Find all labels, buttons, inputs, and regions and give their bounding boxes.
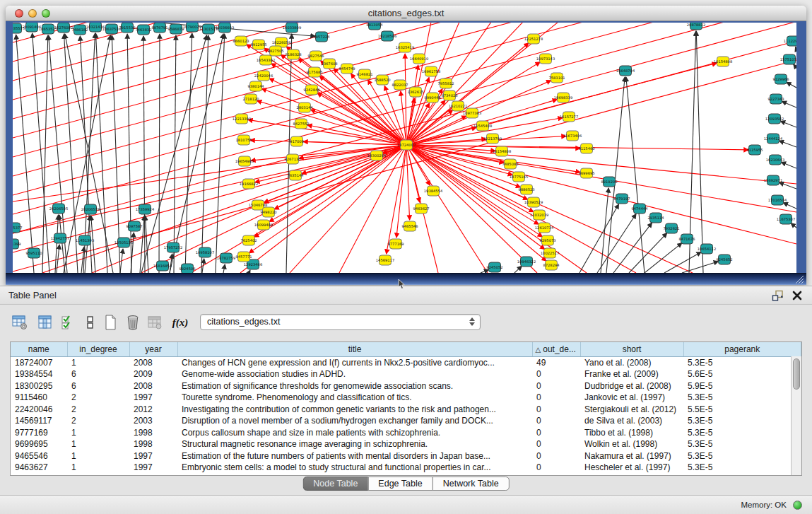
column-header-title[interactable]: title xyxy=(177,342,532,356)
graph-node[interactable]: 7915536 xyxy=(119,23,135,33)
float-panel-icon[interactable] xyxy=(772,290,784,302)
tab-network-table[interactable]: Network Table xyxy=(433,477,510,491)
network-window-titlebar[interactable]: citations_edges.txt xyxy=(6,6,806,21)
graph-node[interactable]: 9474444 xyxy=(631,204,648,214)
graph-node[interactable]: 8919208 xyxy=(601,177,617,187)
graph-node[interactable]: 17359924 xyxy=(136,204,155,214)
table-row[interactable]: 1456911722003Disruption of a novel membe… xyxy=(11,415,801,427)
graph-node[interactable]: 9699695 xyxy=(578,168,594,178)
graph-node[interactable]: 6734028 xyxy=(441,90,457,100)
graph-node[interactable]: 9227343 xyxy=(767,94,784,104)
graph-node[interactable]: 9827505 xyxy=(267,46,283,56)
graph-node[interactable]: 1810755 xyxy=(235,135,252,145)
table-row[interactable]: 911546021997Tourette syndrome. Phenomeno… xyxy=(11,392,801,404)
graph-node[interactable]: 8186328 xyxy=(285,49,301,59)
graph-node[interactable]: 16543382 xyxy=(257,55,275,65)
graph-node[interactable]: 7625402 xyxy=(240,235,257,245)
graph-node[interactable]: 11675307 xyxy=(777,214,795,224)
graph-node[interactable]: 8471676 xyxy=(678,234,695,244)
graph-node[interactable]: 9924506 xyxy=(179,264,195,273)
graph-node[interactable]: 2718120 xyxy=(242,94,259,104)
graph-node[interactable]: 26206505 xyxy=(49,204,68,214)
column-header-year[interactable]: year xyxy=(129,342,177,356)
table-row[interactable]: 1872400712008Changes of HCN gene express… xyxy=(11,356,801,368)
column-header-in_degree[interactable]: in_degree xyxy=(67,342,129,356)
graph-node[interactable]: 12213799 xyxy=(483,134,502,144)
memory-status-indicator[interactable] xyxy=(793,501,802,510)
graph-node[interactable]: 9498220 xyxy=(260,207,276,217)
table-selector-dropdown[interactable]: citations_edges.txt xyxy=(200,314,481,330)
graph-node[interactable]: 10973143 xyxy=(536,54,555,64)
network-canvas[interactable]: 1872400714035575200914061065352715276082… xyxy=(13,23,796,273)
table-row[interactable]: 946554611997Estimation of the future num… xyxy=(11,450,801,462)
create-column-button[interactable] xyxy=(101,313,121,332)
graph-node[interactable]: 16648794 xyxy=(616,66,635,76)
graph-node[interactable]: 18775165 xyxy=(510,172,528,182)
tab-node-table[interactable]: Node Table xyxy=(302,477,368,491)
graph-node[interactable]: 20878812 xyxy=(687,23,705,30)
graph-node[interactable]: 9586879 xyxy=(167,24,184,34)
graph-node[interactable]: 11545408 xyxy=(473,121,492,131)
table-row[interactable]: 1938455462009Genome-wide association stu… xyxy=(11,368,801,380)
graph-node[interactable]: 10637538 xyxy=(102,24,121,34)
graph-node[interactable]: 9465546 xyxy=(401,221,418,231)
graph-node[interactable]: 14569117 xyxy=(376,255,394,265)
graph-node[interactable]: 9886523 xyxy=(518,185,534,194)
graph-node[interactable]: 917008 xyxy=(290,136,304,146)
graph-node[interactable]: 11122954 xyxy=(784,36,796,46)
delete-column-button[interactable] xyxy=(123,313,143,332)
graph-node[interactable]: 9146821 xyxy=(356,69,372,79)
graph-node[interactable]: 16033809 xyxy=(283,23,301,33)
graph-node[interactable]: 7955812 xyxy=(437,78,454,88)
table-row[interactable]: 2242004622012Investigating the contribut… xyxy=(11,404,801,416)
delete-table-button[interactable] xyxy=(145,313,165,332)
graph-node[interactable]: 2367608 xyxy=(321,59,337,69)
graph-node[interactable]: 19218596 xyxy=(378,31,396,41)
graph-node[interactable]: 9295073 xyxy=(539,235,555,245)
graph-node[interactable]: 8454749 xyxy=(339,64,355,74)
graph-node[interactable]: 12093582 xyxy=(765,114,784,124)
graph-node[interactable]: 9175685 xyxy=(306,67,322,77)
graph-node[interactable]: 15276082 xyxy=(54,23,73,33)
citation-network-graph[interactable]: 1872400714035575200914061065352715276082… xyxy=(13,23,796,273)
graph-node[interactable]: 12213399 xyxy=(233,114,251,124)
graph-node[interactable]: 11673406 xyxy=(563,131,582,141)
show-columns-button[interactable] xyxy=(35,313,55,332)
graph-node[interactable]: 8990448 xyxy=(424,93,440,103)
graph-node[interactable]: 16640910 xyxy=(410,54,428,64)
graph-node[interactable]: 15816854 xyxy=(153,261,172,271)
table-row[interactable]: 969969511998Structural magnetic resonanc… xyxy=(11,438,801,450)
graph-node[interactable]: 16961758 xyxy=(422,66,440,76)
graph-node[interactable]: 15692971 xyxy=(764,175,782,185)
graph-node[interactable]: 8660123 xyxy=(233,36,249,46)
graph-node[interactable]: 10958107 xyxy=(196,247,214,257)
graph-node[interactable]: 16325419 xyxy=(396,42,414,52)
graph-node[interactable]: 12251278 xyxy=(524,34,543,44)
table-vertical-scrollbar[interactable] xyxy=(791,356,801,475)
graph-node[interactable]: 9245652 xyxy=(716,255,732,264)
graph-node[interactable]: 19654985 xyxy=(235,156,254,166)
column-settings-button[interactable] xyxy=(10,313,30,332)
graph-node[interactable]: 2803144 xyxy=(296,103,313,112)
graph-node[interactable]: 15751074 xyxy=(780,54,796,64)
graph-node[interactable]: 19384554 xyxy=(424,186,443,196)
function-builder-button[interactable]: f(x) xyxy=(168,313,192,332)
column-header-name[interactable]: name xyxy=(11,342,67,356)
graph-node[interactable]: 8876791 xyxy=(151,23,167,33)
graph-node[interactable]: 7932621 xyxy=(663,223,679,233)
graph-node[interactable]: 10022517 xyxy=(541,248,559,258)
select-all-checks-button[interactable] xyxy=(59,313,78,332)
column-header-short[interactable]: short xyxy=(580,342,683,356)
graph-node[interactable]: 8822037 xyxy=(392,80,408,90)
graph-node[interactable]: 7857224 xyxy=(313,32,330,42)
graph-node[interactable]: 8115955 xyxy=(746,145,763,155)
graph-node[interactable]: 9463627 xyxy=(413,204,429,214)
graph-node[interactable]: 9245052 xyxy=(486,262,502,272)
column-header-out_de[interactable]: △out_de... xyxy=(532,342,580,356)
graph-node[interactable]: 7463832 xyxy=(135,25,151,35)
graph-node[interactable]: 20206578 xyxy=(81,204,100,214)
graph-node[interactable]: 8728294 xyxy=(543,260,560,270)
graph-node[interactable]: 7583101 xyxy=(548,73,565,83)
graph-node[interactable]: 7581399 xyxy=(13,239,21,249)
graph-node[interactable]: 11451393 xyxy=(76,235,94,245)
